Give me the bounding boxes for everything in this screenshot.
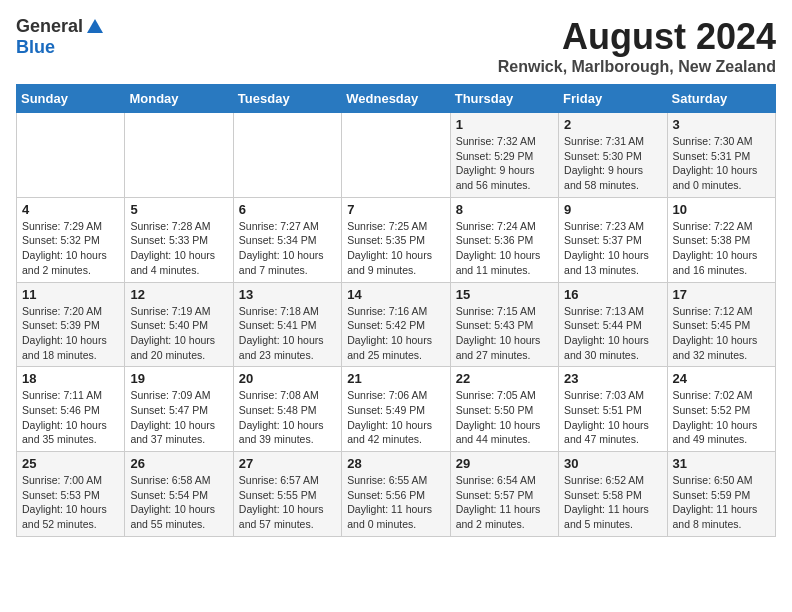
calendar-cell: 4Sunrise: 7:29 AM Sunset: 5:32 PM Daylig…	[17, 197, 125, 282]
weekday-header-wednesday: Wednesday	[342, 85, 450, 113]
day-number: 8	[456, 202, 553, 217]
calendar-cell: 6Sunrise: 7:27 AM Sunset: 5:34 PM Daylig…	[233, 197, 341, 282]
day-info: Sunrise: 7:11 AM Sunset: 5:46 PM Dayligh…	[22, 388, 119, 447]
calendar-cell: 19Sunrise: 7:09 AM Sunset: 5:47 PM Dayli…	[125, 367, 233, 452]
day-number: 26	[130, 456, 227, 471]
day-number: 27	[239, 456, 336, 471]
calendar-cell: 25Sunrise: 7:00 AM Sunset: 5:53 PM Dayli…	[17, 452, 125, 537]
day-info: Sunrise: 6:52 AM Sunset: 5:58 PM Dayligh…	[564, 473, 661, 532]
day-info: Sunrise: 7:08 AM Sunset: 5:48 PM Dayligh…	[239, 388, 336, 447]
day-info: Sunrise: 6:54 AM Sunset: 5:57 PM Dayligh…	[456, 473, 553, 532]
calendar-cell	[342, 113, 450, 198]
day-info: Sunrise: 7:24 AM Sunset: 5:36 PM Dayligh…	[456, 219, 553, 278]
day-number: 25	[22, 456, 119, 471]
day-info: Sunrise: 6:50 AM Sunset: 5:59 PM Dayligh…	[673, 473, 770, 532]
calendar-cell: 11Sunrise: 7:20 AM Sunset: 5:39 PM Dayli…	[17, 282, 125, 367]
weekday-header-tuesday: Tuesday	[233, 85, 341, 113]
day-info: Sunrise: 7:13 AM Sunset: 5:44 PM Dayligh…	[564, 304, 661, 363]
day-info: Sunrise: 7:19 AM Sunset: 5:40 PM Dayligh…	[130, 304, 227, 363]
logo-general-text: General	[16, 16, 83, 37]
day-info: Sunrise: 7:23 AM Sunset: 5:37 PM Dayligh…	[564, 219, 661, 278]
day-info: Sunrise: 7:02 AM Sunset: 5:52 PM Dayligh…	[673, 388, 770, 447]
calendar-cell	[233, 113, 341, 198]
calendar-week-row: 18Sunrise: 7:11 AM Sunset: 5:46 PM Dayli…	[17, 367, 776, 452]
day-info: Sunrise: 7:30 AM Sunset: 5:31 PM Dayligh…	[673, 134, 770, 193]
day-number: 9	[564, 202, 661, 217]
calendar-cell: 10Sunrise: 7:22 AM Sunset: 5:38 PM Dayli…	[667, 197, 775, 282]
weekday-header-saturday: Saturday	[667, 85, 775, 113]
day-number: 22	[456, 371, 553, 386]
calendar-cell: 31Sunrise: 6:50 AM Sunset: 5:59 PM Dayli…	[667, 452, 775, 537]
day-info: Sunrise: 7:09 AM Sunset: 5:47 PM Dayligh…	[130, 388, 227, 447]
calendar-cell: 20Sunrise: 7:08 AM Sunset: 5:48 PM Dayli…	[233, 367, 341, 452]
day-info: Sunrise: 7:32 AM Sunset: 5:29 PM Dayligh…	[456, 134, 553, 193]
calendar-cell: 15Sunrise: 7:15 AM Sunset: 5:43 PM Dayli…	[450, 282, 558, 367]
calendar-cell: 8Sunrise: 7:24 AM Sunset: 5:36 PM Daylig…	[450, 197, 558, 282]
day-info: Sunrise: 7:15 AM Sunset: 5:43 PM Dayligh…	[456, 304, 553, 363]
day-info: Sunrise: 7:28 AM Sunset: 5:33 PM Dayligh…	[130, 219, 227, 278]
location-title: Renwick, Marlborough, New Zealand	[498, 58, 776, 76]
day-info: Sunrise: 7:18 AM Sunset: 5:41 PM Dayligh…	[239, 304, 336, 363]
calendar-cell: 26Sunrise: 6:58 AM Sunset: 5:54 PM Dayli…	[125, 452, 233, 537]
calendar-cell: 22Sunrise: 7:05 AM Sunset: 5:50 PM Dayli…	[450, 367, 558, 452]
day-number: 13	[239, 287, 336, 302]
month-title: August 2024	[498, 16, 776, 58]
logo: General Blue	[16, 16, 105, 58]
day-number: 12	[130, 287, 227, 302]
day-info: Sunrise: 7:05 AM Sunset: 5:50 PM Dayligh…	[456, 388, 553, 447]
header: General Blue August 2024 Renwick, Marlbo…	[16, 16, 776, 76]
day-info: Sunrise: 7:20 AM Sunset: 5:39 PM Dayligh…	[22, 304, 119, 363]
calendar-week-row: 1Sunrise: 7:32 AM Sunset: 5:29 PM Daylig…	[17, 113, 776, 198]
calendar-cell: 1Sunrise: 7:32 AM Sunset: 5:29 PM Daylig…	[450, 113, 558, 198]
day-number: 1	[456, 117, 553, 132]
day-number: 15	[456, 287, 553, 302]
calendar-cell: 9Sunrise: 7:23 AM Sunset: 5:37 PM Daylig…	[559, 197, 667, 282]
calendar-cell: 5Sunrise: 7:28 AM Sunset: 5:33 PM Daylig…	[125, 197, 233, 282]
day-info: Sunrise: 7:00 AM Sunset: 5:53 PM Dayligh…	[22, 473, 119, 532]
day-number: 6	[239, 202, 336, 217]
calendar-cell: 24Sunrise: 7:02 AM Sunset: 5:52 PM Dayli…	[667, 367, 775, 452]
calendar-cell: 17Sunrise: 7:12 AM Sunset: 5:45 PM Dayli…	[667, 282, 775, 367]
calendar-cell	[125, 113, 233, 198]
day-number: 16	[564, 287, 661, 302]
weekday-header-thursday: Thursday	[450, 85, 558, 113]
day-number: 17	[673, 287, 770, 302]
title-area: August 2024 Renwick, Marlborough, New Ze…	[498, 16, 776, 76]
day-info: Sunrise: 7:03 AM Sunset: 5:51 PM Dayligh…	[564, 388, 661, 447]
day-number: 19	[130, 371, 227, 386]
calendar-cell: 7Sunrise: 7:25 AM Sunset: 5:35 PM Daylig…	[342, 197, 450, 282]
day-number: 14	[347, 287, 444, 302]
weekday-header-sunday: Sunday	[17, 85, 125, 113]
day-info: Sunrise: 7:31 AM Sunset: 5:30 PM Dayligh…	[564, 134, 661, 193]
day-number: 3	[673, 117, 770, 132]
calendar-week-row: 25Sunrise: 7:00 AM Sunset: 5:53 PM Dayli…	[17, 452, 776, 537]
calendar-cell: 18Sunrise: 7:11 AM Sunset: 5:46 PM Dayli…	[17, 367, 125, 452]
calendar-cell: 30Sunrise: 6:52 AM Sunset: 5:58 PM Dayli…	[559, 452, 667, 537]
calendar-cell: 23Sunrise: 7:03 AM Sunset: 5:51 PM Dayli…	[559, 367, 667, 452]
day-info: Sunrise: 7:27 AM Sunset: 5:34 PM Dayligh…	[239, 219, 336, 278]
calendar-week-row: 4Sunrise: 7:29 AM Sunset: 5:32 PM Daylig…	[17, 197, 776, 282]
day-number: 11	[22, 287, 119, 302]
day-number: 23	[564, 371, 661, 386]
day-number: 5	[130, 202, 227, 217]
calendar-cell: 14Sunrise: 7:16 AM Sunset: 5:42 PM Dayli…	[342, 282, 450, 367]
day-info: Sunrise: 7:06 AM Sunset: 5:49 PM Dayligh…	[347, 388, 444, 447]
calendar-table: SundayMondayTuesdayWednesdayThursdayFrid…	[16, 84, 776, 537]
calendar-cell: 27Sunrise: 6:57 AM Sunset: 5:55 PM Dayli…	[233, 452, 341, 537]
day-number: 21	[347, 371, 444, 386]
calendar-cell	[17, 113, 125, 198]
day-number: 30	[564, 456, 661, 471]
calendar-cell: 29Sunrise: 6:54 AM Sunset: 5:57 PM Dayli…	[450, 452, 558, 537]
calendar-week-row: 11Sunrise: 7:20 AM Sunset: 5:39 PM Dayli…	[17, 282, 776, 367]
day-number: 20	[239, 371, 336, 386]
weekday-header-monday: Monday	[125, 85, 233, 113]
day-info: Sunrise: 6:55 AM Sunset: 5:56 PM Dayligh…	[347, 473, 444, 532]
logo-icon	[85, 17, 105, 37]
day-number: 4	[22, 202, 119, 217]
day-info: Sunrise: 7:16 AM Sunset: 5:42 PM Dayligh…	[347, 304, 444, 363]
calendar-cell: 16Sunrise: 7:13 AM Sunset: 5:44 PM Dayli…	[559, 282, 667, 367]
calendar-cell: 28Sunrise: 6:55 AM Sunset: 5:56 PM Dayli…	[342, 452, 450, 537]
calendar-cell: 13Sunrise: 7:18 AM Sunset: 5:41 PM Dayli…	[233, 282, 341, 367]
day-number: 18	[22, 371, 119, 386]
day-number: 10	[673, 202, 770, 217]
